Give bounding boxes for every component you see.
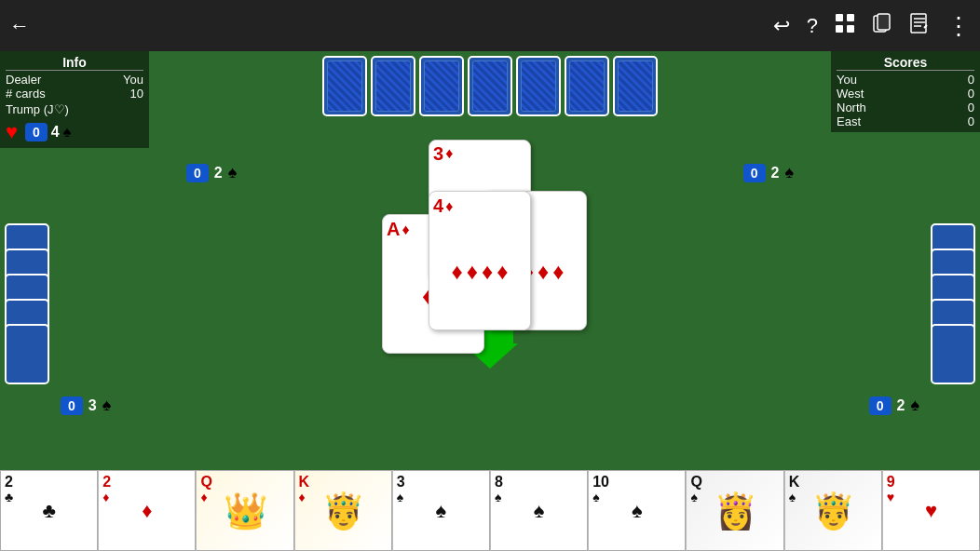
face-card-image: 👸 [687, 471, 783, 550]
east-trick-badge: 0 2 ♠ [869, 396, 919, 415]
scores-title: Scores [837, 55, 974, 71]
hand-card-9h[interactable]: 9 ♥ ♥ [882, 470, 980, 551]
trump-bid-badge: 0 4 ♠ [25, 123, 71, 141]
score-west-value: 0 [968, 87, 974, 101]
trump-count: 4 [51, 124, 60, 141]
south-bid: 0 [743, 164, 766, 182]
grid-button[interactable] [835, 13, 855, 38]
help-button[interactable]: ? [807, 14, 818, 38]
notes-button[interactable] [909, 13, 930, 39]
hand-card-qd[interactable]: Q ♦ 👑 [196, 470, 293, 551]
card-center-symbol: ♦ [142, 499, 152, 523]
trump-row: Trump (J♡) [6, 102, 143, 116]
hand-card-ks[interactable]: K ♠ 🤴 [784, 470, 882, 551]
south-tricks: 2 [771, 165, 780, 181]
trump-bid-value: 0 [25, 123, 48, 141]
card-rank: 3 [397, 474, 405, 491]
score-west-row: West 0 [837, 87, 974, 101]
card-back [322, 56, 367, 116]
svg-rect-5 [878, 14, 890, 30]
card-back [468, 56, 512, 116]
card-back [516, 56, 561, 116]
west-cards [5, 223, 49, 349]
more-button[interactable]: ⋮ [946, 14, 971, 38]
east-tricks: 2 [897, 397, 905, 414]
info-panel: Info Dealer You # cards 10 Trump (J♡) ♥ … [0, 51, 149, 148]
score-north-value: 0 [968, 101, 974, 114]
svg-rect-3 [847, 25, 854, 33]
card-center-symbol: ♠ [436, 499, 447, 523]
game-area: Info Dealer You # cards 10 Trump (J♡) ♥ … [0, 51, 980, 470]
north-bid: 0 [186, 164, 209, 182]
west-tricks: 3 [88, 397, 97, 414]
card-rank: 8 [495, 474, 503, 491]
info-title: Info [6, 55, 143, 71]
card-rank: 10 [592, 474, 609, 491]
score-north-row: North 0 [837, 101, 974, 114]
svg-rect-6 [911, 14, 926, 33]
card-back [5, 324, 49, 384]
toolbar: ← ↩ ? ⋮ [0, 0, 980, 51]
card-center-symbol: ♠ [534, 499, 545, 523]
card-back [931, 324, 975, 384]
north-tricks: 2 [214, 165, 223, 181]
svg-rect-0 [836, 14, 843, 21]
player-hand: 2 ♣ ♣ 2 ♦ ♦ Q ♦ 👑 K ♦ 🤴 3 ♠ ♠ 8 ♠ ♠ 10 ♠… [0, 470, 980, 551]
face-card-image: 🤴 [295, 471, 391, 550]
svg-rect-1 [847, 14, 854, 21]
play-card-4d-center[interactable]: 4 ♦ ♦ ♦ ♦ ♦ [429, 191, 531, 330]
score-north-label: North [837, 101, 866, 114]
face-card-image: 👑 [197, 471, 293, 550]
undo-button[interactable]: ↩ [773, 14, 790, 38]
score-you-row: You 0 [837, 73, 974, 87]
card-rank: 9 [887, 474, 895, 491]
toolbar-icons: ↩ ? ⋮ [773, 13, 971, 39]
hand-card-qs[interactable]: Q ♠ 👸 [686, 470, 783, 551]
back-button[interactable]: ← [9, 14, 30, 38]
score-you-value: 0 [968, 73, 974, 87]
card-suit: ♠ [592, 491, 599, 504]
card-suit: ♥ [887, 491, 894, 504]
hand-card-8s[interactable]: 8 ♠ ♠ [490, 470, 588, 551]
card-center-symbol: ♠ [632, 499, 643, 523]
card-suit: ♠ [397, 491, 403, 504]
hand-card-2c[interactable]: 2 ♣ ♣ [0, 470, 98, 551]
trump-label: Trump (J♡) [6, 102, 69, 116]
heart-icon: ♥ [6, 120, 18, 144]
score-east-label: East [837, 114, 861, 128]
south-trick-badge: 0 2 ♠ [743, 163, 794, 182]
card-center-symbol: ♣ [42, 499, 55, 523]
cards-button[interactable] [872, 13, 892, 39]
score-east-value: 0 [968, 114, 974, 128]
hand-card-10s[interactable]: 10 ♠ ♠ [588, 470, 686, 551]
card-suit: ♠ [495, 491, 501, 504]
card-back [419, 56, 464, 116]
hand-card-kd[interactable]: K ♦ 🤴 [294, 470, 392, 551]
hand-card-2d[interactable]: 2 ♦ ♦ [98, 470, 196, 551]
card-back [613, 56, 658, 116]
score-west-label: West [837, 87, 864, 101]
cards-row: # cards 10 [6, 87, 143, 101]
scores-panel: Scores You 0 West 0 North 0 East 0 [831, 51, 980, 132]
west-bid: 0 [61, 396, 83, 415]
dealer-value: You [123, 73, 143, 87]
dealer-label: Dealer [6, 73, 41, 87]
west-trick-badge: 0 3 ♠ [61, 396, 111, 415]
card-rank: 2 [102, 474, 111, 491]
card-suit: ♦ [102, 491, 109, 504]
north-cards [322, 56, 658, 116]
score-east-row: East 0 [837, 114, 974, 128]
card-suit: ♣ [5, 491, 13, 504]
card-center-symbol: ♥ [925, 499, 937, 523]
hand-card-3s[interactable]: 3 ♠ ♠ [392, 470, 490, 551]
card-rank: 2 [5, 474, 13, 491]
score-you-label: You [837, 73, 857, 87]
east-cards [931, 223, 975, 349]
east-bid: 0 [869, 396, 892, 415]
cards-label: # cards [6, 87, 46, 101]
dealer-row: Dealer You [6, 73, 143, 87]
card-back [565, 56, 609, 116]
card-back [371, 56, 415, 116]
north-trick-badge: 0 2 ♠ [186, 163, 237, 182]
cards-value: 10 [130, 87, 143, 101]
